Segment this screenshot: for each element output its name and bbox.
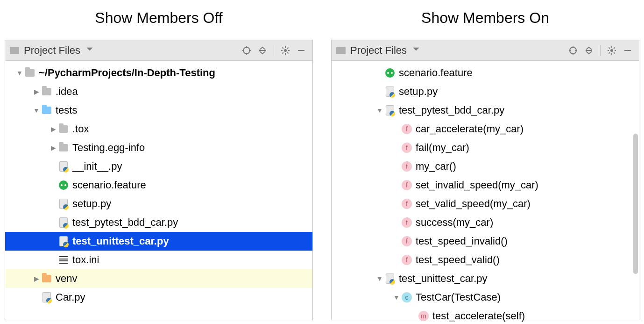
function-badge-icon: f [402,124,412,134]
function-badge-icon: f [402,255,412,265]
tree-label: scenario.feature [72,179,146,191]
chevron-right-icon[interactable]: ▶ [48,125,58,133]
method-badge-icon: m [418,311,429,321]
tree-item-tests[interactable]: ▼ tests [5,101,312,120]
tree-label: Car.py [56,291,85,303]
python-file-icon [42,292,52,302]
tree-item-egginfo[interactable]: ▶ Testing.egg-info [5,138,312,157]
tree-label: ~/PycharmProjects/In-Depth-Testing [39,67,215,79]
tree-member-function[interactable]: ▶ f test_speed_valid() [332,251,639,269]
tree-label: test_speed_invalid() [416,235,508,247]
toolbar-divider [274,45,274,56]
svg-line-27 [609,47,610,48]
minimize-icon[interactable] [621,44,634,57]
tree-member-function[interactable]: ▶ f car_accelerate(my_car) [332,120,639,138]
chevron-right-icon[interactable]: ▶ [48,144,58,151]
tree-item-init[interactable]: ▶ __init__.py [5,157,312,176]
tree-member-function[interactable]: ▶ f test_speed_invalid() [332,232,639,251]
python-file-icon [58,236,69,246]
locate-icon[interactable] [240,44,253,57]
tree-label: setup.py [399,86,438,98]
tree-item-bdd[interactable]: ▶ test_pytest_bdd_car.py [5,213,312,232]
chevron-right-icon[interactable]: ▶ [31,88,42,95]
python-file-icon [58,161,69,172]
tree-item-idea[interactable]: ▶ .idea [5,82,312,101]
tree-label: set_valid_speed(my_car) [416,198,531,210]
tree-item-unittest[interactable]: ▼ test_unittest_car.py [332,269,639,288]
folder-icon [42,86,52,97]
tree-label: success(my_car) [416,216,493,229]
tree-item-toxini[interactable]: ▶ tox.ini [5,251,312,269]
project-panel-right: Project Files ▶ scenario.feature ▶ setup… [331,40,639,320]
function-badge-icon: f [402,180,412,190]
svg-line-30 [614,47,615,48]
tree-label: tox.ini [72,254,99,266]
tree-label: fail(my_car) [416,142,469,154]
tree-label: car_accelerate(my_car) [416,123,524,135]
tree-item-unittest-selected[interactable]: ▶ test_unittest_car.py [5,232,312,251]
minimize-icon[interactable] [295,44,308,57]
tree-label: .tox [72,123,89,135]
svg-line-11 [283,47,283,48]
locate-icon[interactable] [566,44,580,57]
gear-icon[interactable] [605,44,618,57]
chevron-down-icon[interactable] [411,44,421,57]
tree-label: setup.py [72,198,111,210]
chevron-down-icon[interactable]: ▼ [375,275,385,282]
tree-member-function[interactable]: ▶ f set_invalid_speed(my_car) [332,176,639,194]
chevron-down-icon[interactable]: ▼ [391,294,402,301]
project-tree-right: ▶ scenario.feature ▶ setup.py ▼ test_pyt… [332,61,639,324]
scrollbar[interactable] [633,134,638,274]
svg-point-22 [610,49,613,52]
chevron-down-icon[interactable]: ▼ [14,69,25,77]
project-view-label[interactable]: Project Files [24,44,80,57]
folder-icon [42,105,52,115]
tree-member-method[interactable]: ▶ m test_accelerate(self) [332,307,639,324]
python-file-icon [58,199,69,209]
tree-root[interactable]: ▼ ~/PycharmProjects/In-Depth-Testing [5,64,312,82]
tree-member-class[interactable]: ▼ c TestCar(TestCase) [332,288,639,307]
tree-label: test_unittest_car.py [72,235,169,247]
folder-icon [58,124,69,134]
python-file-icon [385,86,395,97]
tree-item-tox[interactable]: ▶ .tox [5,120,312,138]
chevron-down-icon[interactable]: ▼ [375,107,385,114]
class-badge-icon: c [402,292,412,302]
project-panel-left: Project Files ▼ ~/PycharmProjects/In-Dep… [5,40,313,320]
tree-item-setup[interactable]: ▶ setup.py [5,194,312,213]
project-folder-icon [10,47,19,54]
function-badge-icon: f [402,236,412,246]
svg-point-6 [284,49,287,52]
chevron-right-icon[interactable]: ▶ [31,275,42,282]
tree-label: test_pytest_bdd_car.py [399,104,504,116]
chevron-down-icon[interactable] [85,44,94,57]
python-file-icon [385,274,395,284]
tree-label: TestCar(TestCase) [416,291,501,303]
collapse-all-icon[interactable] [582,44,595,57]
tree-item-car[interactable]: ▶ Car.py [5,288,312,307]
tree-item-feature[interactable]: ▶ scenario.feature [332,64,639,82]
ini-file-icon [58,255,69,265]
title-right: Show Members On [331,9,639,27]
tree-label: tests [56,104,77,116]
gear-icon[interactable] [279,44,292,57]
tree-item-setup[interactable]: ▶ setup.py [332,82,639,101]
tree-label: Testing.egg-info [72,142,145,154]
chevron-down-icon[interactable]: ▼ [31,107,42,114]
toolbar-left: Project Files [5,40,312,61]
tree-member-function[interactable]: ▶ f set_valid_speed(my_car) [332,194,639,213]
svg-line-29 [609,52,610,53]
tree-member-function[interactable]: ▶ f my_car() [332,157,639,176]
svg-line-28 [614,52,615,53]
tree-label: venv [56,273,77,285]
tree-item-venv[interactable]: ▶ venv [5,269,312,288]
tree-item-feature[interactable]: ▶ scenario.feature [5,176,312,194]
project-view-label[interactable]: Project Files [350,44,407,57]
tree-member-function[interactable]: ▶ f fail(my_car) [332,138,639,157]
collapse-all-icon[interactable] [256,44,269,57]
toolbar-divider [600,45,601,56]
tree-item-bdd[interactable]: ▼ test_pytest_bdd_car.py [332,101,639,120]
tree-member-function[interactable]: ▶ f success(my_car) [332,213,639,232]
function-badge-icon: f [402,217,412,228]
svg-point-0 [243,47,250,54]
